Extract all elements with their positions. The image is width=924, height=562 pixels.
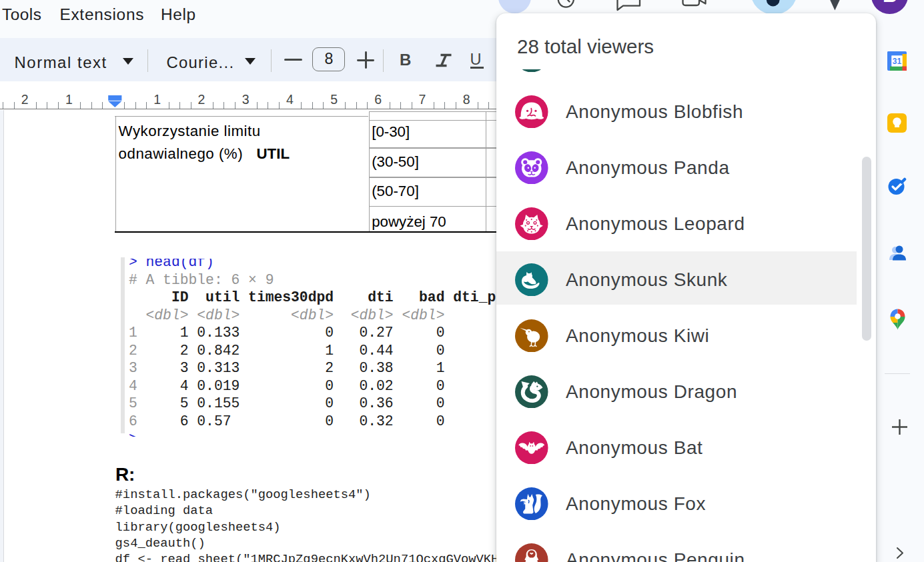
svg-text:31: 31 [893, 57, 902, 66]
